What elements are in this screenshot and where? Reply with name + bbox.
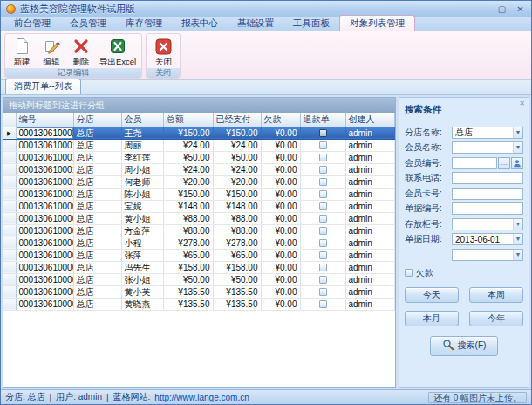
row-indicator-header — [3, 113, 16, 127]
chevron-down-icon[interactable]: ▼ — [513, 127, 522, 138]
refund-checkbox[interactable] — [319, 300, 327, 308]
refund-checkbox[interactable] — [319, 202, 327, 210]
refund-checkbox[interactable] — [319, 239, 327, 247]
quick-date-buttons: 今天本周本月今年 — [405, 287, 523, 326]
chevron-down-icon[interactable]: ▼ — [513, 234, 522, 244]
maximize-icon[interactable]: ▢ — [496, 3, 508, 15]
column-header-7[interactable]: 退款单 — [300, 113, 345, 127]
table-row[interactable]: 0001306100004总店冯先生¥158.00¥158.00¥0.00adm… — [3, 261, 395, 273]
table-row[interactable]: 0001306100005总店张萍¥65.00¥65.00¥0.00admin — [3, 249, 395, 261]
member-id-input[interactable] — [452, 157, 497, 169]
table-row[interactable]: 0001306100003总店张小姐¥50.00¥50.00¥0.00admin — [3, 273, 395, 285]
column-header-4[interactable]: 总额 — [163, 113, 213, 127]
table-row[interactable]: 0001306100012总店周小姐¥24.00¥24.00¥0.00admin — [3, 163, 395, 175]
this-month-button[interactable]: 本月 — [405, 311, 459, 326]
today-button[interactable]: 今天 — [405, 287, 459, 303]
minimize-icon[interactable]: – — [478, 3, 489, 15]
locker-no-select[interactable]: ▼ — [452, 218, 523, 230]
export-excel-button[interactable]: 导出Excel — [96, 35, 140, 68]
doc-date-end-select[interactable]: ▼ — [452, 249, 523, 261]
table-row[interactable]: 0001306100013总店李红莲¥50.00¥50.00¥0.00admin — [3, 151, 395, 163]
refund-checkbox[interactable] — [319, 166, 327, 174]
debt-checkbox[interactable] — [405, 269, 413, 277]
menu-item-7[interactable]: 对象列表管理 — [339, 15, 415, 31]
cell-paid: ¥65.00 — [213, 249, 261, 261]
row-indicator — [3, 285, 16, 298]
refund-checkbox[interactable] — [319, 215, 327, 223]
delete-button[interactable]: 删除 — [66, 35, 96, 68]
cell-creator: admin — [345, 224, 395, 237]
search-button[interactable]: 搜索(F) — [430, 336, 498, 356]
cell-id: 0001306100013 — [16, 151, 73, 163]
menu-item-1[interactable]: 前台管理 — [4, 16, 60, 31]
cell-member: 宝妮 — [121, 200, 163, 212]
table-row[interactable]: 0001306100001总店黄晓燕¥135.50¥135.50¥0.00adm… — [3, 298, 395, 310]
panel-close-icon[interactable]: ✕ — [519, 100, 525, 107]
column-header-2[interactable]: 分店 — [73, 113, 121, 127]
grid-scroll-area[interactable]: 编号分店会员总额已经支付欠款退款单创建人▶0001306100015总店王尧¥1… — [3, 113, 395, 387]
table-row[interactable]: 0001306100006总店小程¥278.00¥278.00¥0.00admi… — [3, 237, 395, 249]
close-icon[interactable]: ✕ — [515, 3, 526, 15]
cell-refund — [300, 127, 345, 139]
cell-id: 0001306100008 — [16, 212, 73, 224]
ribbon-button-label: 关闭 — [155, 57, 172, 68]
tab-consume-order-list[interactable]: 消费开单--列表 — [5, 79, 81, 94]
new-document-icon — [12, 37, 31, 56]
table-row[interactable]: 0001306100007总店方金萍¥88.00¥88.00¥0.00admin — [3, 224, 395, 237]
chevron-down-icon[interactable]: ▼ — [513, 142, 522, 153]
doc-date-select[interactable]: 2013-06-01▼ — [452, 233, 523, 245]
refund-checkbox[interactable] — [319, 251, 327, 259]
table-row[interactable]: 0001306100002总店黄小英¥135.50¥135.50¥0.00adm… — [3, 285, 395, 298]
table-row[interactable]: 0001306100014总店周丽¥24.00¥24.00¥0.00admin — [3, 139, 395, 151]
menu-item-5[interactable]: 基础设置 — [228, 16, 283, 31]
refund-checkbox[interactable] — [319, 227, 327, 235]
chevron-down-icon[interactable]: ▼ — [513, 250, 522, 260]
table-row[interactable]: ▶0001306100015总店王尧¥150.00¥150.00¥0.00adm… — [3, 127, 395, 139]
table-row[interactable]: 0001306100010总店陈小姐¥150.00¥150.00¥0.00adm… — [3, 188, 395, 200]
this-week-button[interactable]: 本周 — [469, 287, 523, 303]
refund-checkbox[interactable] — [319, 178, 327, 186]
column-header-3[interactable]: 会员 — [121, 113, 163, 127]
menu-item-4[interactable]: 报表中心 — [172, 16, 228, 31]
site-link[interactable]: http://www.lange.com.cn — [154, 393, 249, 402]
refund-checkbox[interactable] — [319, 276, 327, 284]
chevron-down-icon[interactable]: ▼ — [513, 219, 522, 230]
cell-member: 周丽 — [121, 139, 163, 151]
menu-bar: 前台管理会员管理库存管理报表中心基础设置工具面板对象列表管理 — [1, 17, 531, 31]
column-header-6[interactable]: 欠款 — [261, 113, 300, 127]
member-card-no-input[interactable] — [452, 188, 523, 200]
refund-checkbox[interactable] — [319, 264, 327, 271]
ribbon-button-label: 新建 — [14, 57, 31, 68]
refund-checkbox[interactable] — [319, 154, 327, 161]
member-picker-button[interactable] — [511, 157, 523, 169]
new-button[interactable]: 新建 — [7, 35, 37, 68]
member-name-select[interactable]: ▼ — [452, 141, 523, 154]
column-header-5[interactable]: 已经支付 — [213, 113, 261, 127]
this-year-button[interactable]: 今年 — [469, 311, 523, 326]
ellipsis-button[interactable]: … — [498, 157, 510, 169]
table-row[interactable]: 0001306100009总店宝妮¥148.00¥148.00¥0.00admi… — [3, 200, 395, 212]
refund-checkbox[interactable] — [319, 288, 327, 296]
menu-item-2[interactable]: 会员管理 — [60, 16, 116, 31]
branch-name-select[interactable]: 总店▼ — [452, 127, 523, 139]
cell-branch: 总店 — [73, 273, 121, 285]
cell-paid: ¥88.00 — [213, 224, 261, 237]
table-row[interactable]: 0001306100011总店何老师¥20.00¥20.00¥0.00admin — [3, 175, 395, 188]
refund-checkbox[interactable] — [319, 141, 327, 149]
menu-item-3[interactable]: 库存管理 — [116, 16, 172, 31]
menu-item-6[interactable]: 工具面板 — [283, 16, 339, 31]
table-row[interactable]: 0001306100008总店黄小姐¥88.00¥88.00¥0.00admin — [3, 212, 395, 224]
column-header-8[interactable]: 创建人 — [345, 113, 395, 127]
close-list-button[interactable]: 关闭 — [148, 35, 178, 68]
column-header-1[interactable]: 编号 — [16, 113, 73, 127]
edit-button[interactable]: 编辑 — [37, 35, 66, 68]
cell-debt: ¥0.00 — [261, 188, 300, 200]
doc-no-input[interactable] — [452, 202, 523, 215]
cell-refund — [300, 237, 345, 249]
refund-checkbox[interactable] — [319, 129, 327, 137]
cell-id: 0001306100015 — [16, 127, 73, 139]
refund-checkbox[interactable] — [319, 190, 327, 198]
contact-phone-input[interactable] — [452, 172, 523, 184]
app-logo-icon — [6, 4, 16, 14]
group-by-bar[interactable]: 拖动列标题到这进行分组 — [3, 98, 395, 113]
